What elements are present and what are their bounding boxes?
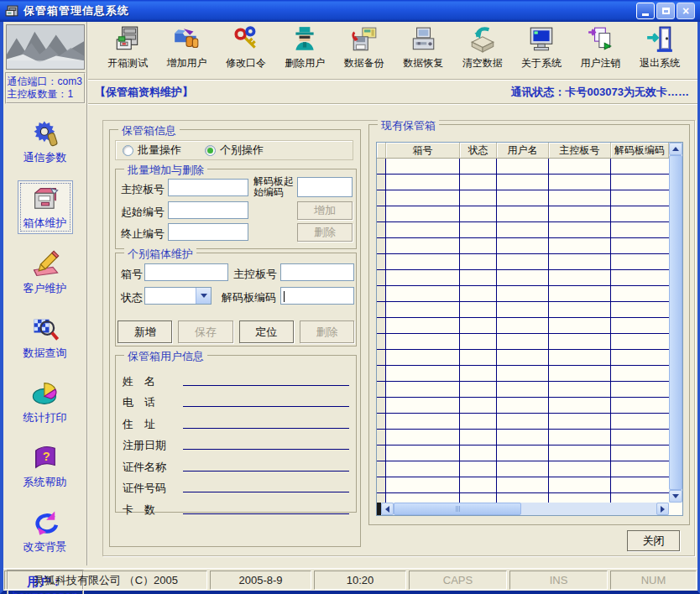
table-row[interactable] <box>377 254 669 270</box>
toolbar-button[interactable]: 删除用户 <box>279 25 331 79</box>
table-row[interactable] <box>377 350 669 366</box>
table-row[interactable] <box>377 334 669 350</box>
comm-info-box: 通信端口：com3 主控板数量：1 <box>5 72 86 104</box>
vertical-scroll-thumb[interactable] <box>669 155 682 490</box>
sidebar-item[interactable]: 统计打印 <box>18 376 72 428</box>
decoder-start-input[interactable] <box>297 177 353 197</box>
table-row[interactable] <box>377 270 669 286</box>
sidebar-item[interactable]: 通信参数 <box>18 116 72 168</box>
action-button[interactable]: 保存 <box>178 320 232 343</box>
column-header[interactable]: 解码板编码 <box>611 143 669 159</box>
column-header[interactable]: 状态 <box>460 143 497 159</box>
boxes-table[interactable]: 箱号 状态 用户名 主控板号 解码板编码 <box>376 142 683 516</box>
action-button[interactable]: 定位 <box>239 320 294 343</box>
table-row[interactable] <box>377 366 669 382</box>
toolbar-button[interactable]: 数据恢复 <box>397 25 449 79</box>
sidebar-item[interactable]: 客户维护 <box>18 247 72 299</box>
toolbar-button[interactable]: 开箱测试 <box>102 25 154 79</box>
table-row[interactable] <box>377 414 669 430</box>
table-row[interactable] <box>377 190 669 206</box>
table-row[interactable] <box>377 238 669 254</box>
batch-delete-button[interactable]: 删除 <box>297 223 353 242</box>
column-header[interactable]: 主控板号 <box>549 143 611 159</box>
status-select[interactable] <box>144 287 212 305</box>
end-number-input[interactable] <box>168 223 248 241</box>
table-header-row: 箱号 状态 用户名 主控板号 解码板编码 <box>377 143 669 159</box>
ind-board-input[interactable] <box>280 263 354 281</box>
table-row[interactable] <box>377 318 669 334</box>
table-row[interactable] <box>377 302 669 318</box>
delete-user-icon <box>290 25 319 54</box>
scroll-left-button[interactable] <box>381 503 394 515</box>
horizontal-scrollbar[interactable] <box>377 503 669 515</box>
table-row[interactable] <box>377 461 669 477</box>
close-window-button[interactable]: × <box>676 3 695 19</box>
table-row[interactable] <box>377 398 669 414</box>
user-info-row: 卡 数 <box>123 496 349 518</box>
statusbar-panel: NUM <box>610 571 697 590</box>
table-row[interactable] <box>377 222 669 238</box>
box-number-input[interactable] <box>144 263 228 281</box>
scroll-right-button[interactable] <box>656 503 669 515</box>
sidebar-item[interactable]: 改变背景 <box>18 505 72 557</box>
sidebar-item[interactable]: ? 系统帮助 <box>18 440 72 492</box>
sidebar-item[interactable]: 数据查询 <box>18 311 72 363</box>
user-info-group-title: 保管箱用户信息 <box>124 349 207 364</box>
box-number-label: 箱号 <box>121 267 143 282</box>
column-header[interactable]: 箱号 <box>386 143 460 159</box>
ind-board-label: 主控板号 <box>233 267 277 282</box>
start-number-input[interactable] <box>168 201 248 219</box>
table-row[interactable] <box>377 493 669 503</box>
board-count-label: 主控板数量：1 <box>8 88 83 101</box>
toolbar-button[interactable]: 用户注销 <box>575 25 627 79</box>
toolbar-button[interactable]: 增加用户 <box>160 25 212 79</box>
svg-text:?: ? <box>42 450 50 463</box>
vertical-scroll-track[interactable] <box>669 155 682 490</box>
toolbar-button[interactable]: 修改口令 <box>220 25 272 79</box>
statusbar-panel: 2005-8-9 <box>210 571 311 590</box>
user-info-row: 住 址 <box>123 410 349 432</box>
horizontal-scroll-track[interactable] <box>394 503 656 515</box>
radio-option[interactable]: 个别操作 <box>205 143 264 158</box>
landscape-photo <box>6 24 85 70</box>
action-button[interactable]: 新增 <box>118 320 172 343</box>
gear-brush-icon <box>30 118 60 148</box>
board-number-input[interactable] <box>168 179 248 196</box>
table-row[interactable] <box>377 159 669 175</box>
table-row[interactable] <box>377 206 669 222</box>
board-number-label: 主控板号 <box>121 182 165 197</box>
toolbar-button[interactable]: 关于系统 <box>515 25 567 79</box>
action-button[interactable]: 删除 <box>300 320 354 343</box>
chevron-down-icon[interactable] <box>196 288 211 304</box>
batch-group: 批量增加与删除 主控板号 解码板起始编码 起始编号 增加 终止编号 删除 <box>115 169 357 249</box>
column-header[interactable]: 用户名 <box>497 143 549 159</box>
scroll-down-button[interactable] <box>669 490 682 503</box>
user-info-row: 电 话 <box>123 389 349 411</box>
table-row[interactable] <box>377 175 669 190</box>
toolbar-button[interactable]: 清空数据 <box>457 25 509 79</box>
table-row[interactable] <box>377 430 669 446</box>
table-row[interactable] <box>377 382 669 398</box>
decoder-code-input[interactable] <box>280 287 354 305</box>
horizontal-scroll-thumb[interactable] <box>394 503 521 515</box>
toolbar-button[interactable]: 数据备份 <box>338 25 390 79</box>
close-button[interactable]: 关闭 <box>627 530 680 551</box>
scroll-grip <box>457 506 458 512</box>
sidebar-nav: 通信参数 箱体维护 客户维护 数据查询 <box>3 116 86 570</box>
table-row[interactable] <box>377 286 669 302</box>
help-book-icon: ? <box>30 443 60 473</box>
arrow-up-icon <box>672 147 679 151</box>
radio-option[interactable]: 批量操作 <box>123 143 181 158</box>
batch-add-button[interactable]: 增加 <box>297 201 353 220</box>
maximize-button[interactable] <box>656 3 675 19</box>
table-row[interactable] <box>377 446 669 461</box>
maximize-icon <box>662 8 670 14</box>
vertical-scrollbar[interactable] <box>669 143 682 503</box>
sidebar-item[interactable]: 箱体维护 <box>18 180 73 234</box>
minimize-icon <box>642 13 649 16</box>
minimize-button[interactable] <box>636 3 655 19</box>
table-row[interactable] <box>377 477 669 493</box>
toolbar-button[interactable]: 退出系统 <box>634 25 686 79</box>
arrow-down-icon <box>672 494 679 498</box>
scroll-up-button[interactable] <box>669 143 682 155</box>
